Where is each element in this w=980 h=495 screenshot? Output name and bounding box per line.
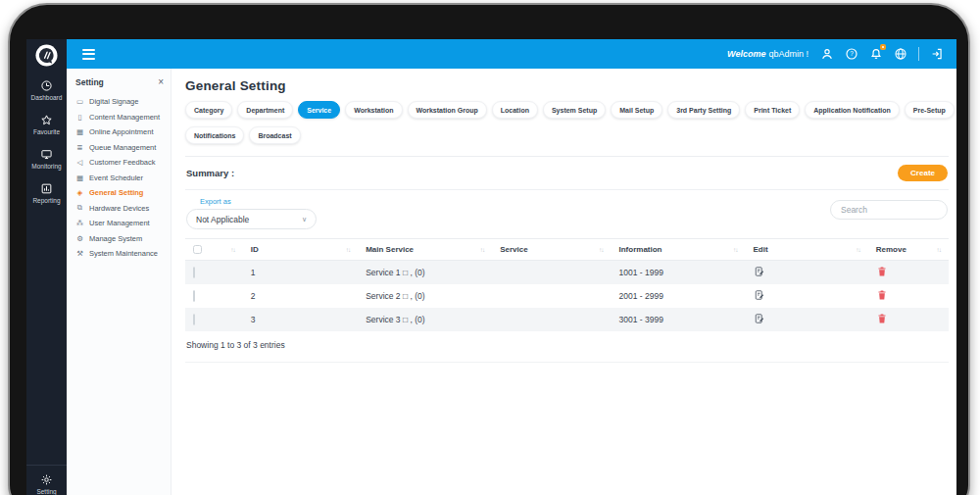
tab-print-ticket[interactable]: Print Ticket <box>745 101 800 119</box>
row-checkbox[interactable] <box>193 290 195 302</box>
notifications-bell-icon[interactable] <box>869 47 883 61</box>
export-group: Export as Not Applicable ∨ <box>186 197 317 229</box>
search-input[interactable] <box>841 205 937 215</box>
edit-icon <box>754 289 765 301</box>
tab-application-notification[interactable]: Application Notification <box>805 101 900 119</box>
sort-icon[interactable]: ↑↓ <box>346 246 351 253</box>
monitor-icon: ▭ <box>75 97 84 106</box>
page-title: General Setting <box>185 78 949 93</box>
bar-chart-icon <box>40 182 53 195</box>
row-checkbox[interactable] <box>193 314 195 325</box>
tab-broadcast[interactable]: Broadcast <box>249 126 300 144</box>
logout-icon[interactable] <box>930 47 944 61</box>
trash-icon <box>876 266 888 277</box>
tab-service[interactable]: Service <box>298 101 340 119</box>
device-frame: Dashboard Favourite Monitoring Reporting… <box>8 3 970 495</box>
language-globe-icon[interactable] <box>894 47 907 61</box>
menu-item-manage-system[interactable]: ⚙Manage System <box>75 231 164 247</box>
welcome-username: qbAdmin ! <box>768 49 808 59</box>
welcome-text: WelcomeqbAdmin ! <box>727 49 808 59</box>
remove-button[interactable] <box>876 313 888 324</box>
close-icon[interactable]: × <box>158 77 164 87</box>
brand-logo-icon <box>35 44 58 67</box>
column-header-service: Service <box>500 245 527 254</box>
gear-icon <box>40 473 53 486</box>
menu-item-content-management[interactable]: ▯Content Management <box>75 110 164 125</box>
top-bar: WelcomeqbAdmin ! ? <box>67 39 956 69</box>
edit-icon <box>754 266 765 277</box>
create-button[interactable]: Create <box>898 165 948 181</box>
column-header-main-service: Main Service <box>366 245 414 254</box>
tab-mail-setup[interactable]: Mail Setup <box>611 101 662 119</box>
export-format-value: Not Applicable <box>196 215 249 224</box>
sidebar-item-monitoring[interactable]: Monitoring <box>31 148 61 170</box>
devices-icon: ⧉ <box>75 203 84 213</box>
sidebar-item-favourite[interactable]: Favourite <box>33 114 60 135</box>
table-header-row: ↑↓ ID↑↓ Main Service↑↓ Service↑↓ Informa… <box>185 239 949 261</box>
table-head: ↑↓ ID↑↓ Main Service↑↓ Service↑↓ Informa… <box>185 239 949 261</box>
menu-item-customer-feedback[interactable]: ◁Customer Feedback <box>75 155 164 171</box>
column-header-id: ID <box>251 245 259 254</box>
edit-button[interactable] <box>754 313 765 324</box>
monitor-icon <box>40 148 53 161</box>
gear-icon: ⚙ <box>75 234 84 243</box>
tab-notifications[interactable]: Notifications <box>185 126 244 144</box>
select-all-checkbox[interactable] <box>193 245 202 254</box>
menu-item-user-management[interactable]: ⁂User Management <box>75 216 164 231</box>
tab-department[interactable]: Department <box>237 101 293 119</box>
edit-button[interactable] <box>754 289 765 301</box>
export-format-select[interactable]: Not Applicable ∨ <box>186 209 317 229</box>
primary-sidebar: Dashboard Favourite Monitoring Reporting… <box>26 39 67 495</box>
table-entries-status: Showing 1 to 3 of 3 entries <box>185 331 949 362</box>
tab-system-setup[interactable]: System Setup <box>543 101 606 119</box>
summary-header: Summary : Create <box>185 157 949 190</box>
table-row: 3 Service 3 □ , (0) 3001 - 3999 <box>185 308 949 331</box>
remove-button[interactable] <box>876 289 888 301</box>
menu-item-queue-management[interactable]: ≣Queue Management <box>75 140 164 156</box>
edit-icon <box>754 313 765 324</box>
cell-information: 2001 - 2999 <box>612 284 746 308</box>
tab-workstation[interactable]: Workstation <box>345 101 402 119</box>
welcome-prefix: Welcome <box>727 49 765 59</box>
sidebar-item-dashboard[interactable]: Dashboard <box>31 79 63 101</box>
sort-icon[interactable]: ↑↓ <box>937 246 942 253</box>
menu-item-event-scheduler[interactable]: ▦Event Scheduler <box>75 171 164 186</box>
column-header-information: Information <box>619 245 662 254</box>
tabs-row-1: Category Department Service Workstation … <box>185 101 949 119</box>
sort-icon[interactable]: ↑↓ <box>480 246 485 253</box>
summary-title: Summary : <box>186 168 234 178</box>
secondary-sidebar-title: Setting <box>75 77 104 87</box>
hamburger-menu-icon[interactable] <box>82 49 95 60</box>
tab-pre-setup[interactable]: Pre-Setup <box>905 101 955 119</box>
sort-icon[interactable]: ↑↓ <box>733 246 738 253</box>
remove-button[interactable] <box>876 266 888 277</box>
trash-icon <box>876 289 888 301</box>
sort-icon[interactable]: ↑↓ <box>599 246 604 253</box>
cell-id: 2 <box>243 284 358 308</box>
tab-3rd-party-setting[interactable]: 3rd Party Setting <box>667 101 740 119</box>
menu-item-hardware-devices[interactable]: ⧉Hardware Devices <box>75 201 164 217</box>
sort-icon[interactable]: ↑↓ <box>856 246 860 253</box>
user-icon[interactable] <box>820 47 834 61</box>
help-icon[interactable]: ? <box>845 47 858 61</box>
menu-item-general-setting[interactable]: ◈General Setting <box>75 185 164 201</box>
tab-workstation-group[interactable]: Workstation Group <box>408 101 487 119</box>
summary-card: Summary : Create Export as Not Applicabl… <box>185 156 949 363</box>
trash-icon <box>876 313 888 324</box>
tab-location[interactable]: Location <box>492 101 538 119</box>
sidebar-item-setting[interactable]: Setting <box>26 465 67 495</box>
sidebar-item-label: Setting <box>36 488 56 495</box>
topbar-icons: ? <box>820 47 944 61</box>
star-icon <box>40 114 53 126</box>
tab-category[interactable]: Category <box>185 101 232 119</box>
row-checkbox[interactable] <box>193 267 195 278</box>
edit-button[interactable] <box>754 266 765 277</box>
menu-item-digital-signage[interactable]: ▭Digital Signage <box>75 94 164 110</box>
sidebar-item-label: Favourite <box>33 128 60 135</box>
sidebar-item-reporting[interactable]: Reporting <box>32 182 60 204</box>
menu-item-online-appointment[interactable]: ▦Online Appointment <box>75 124 164 140</box>
cell-main-service: Service 3 □ , (0) <box>358 308 492 331</box>
sort-icon[interactable]: ↑↓ <box>230 246 235 253</box>
cell-service <box>492 284 611 308</box>
menu-item-system-maintenance[interactable]: ⚒System Maintenance <box>75 246 164 262</box>
